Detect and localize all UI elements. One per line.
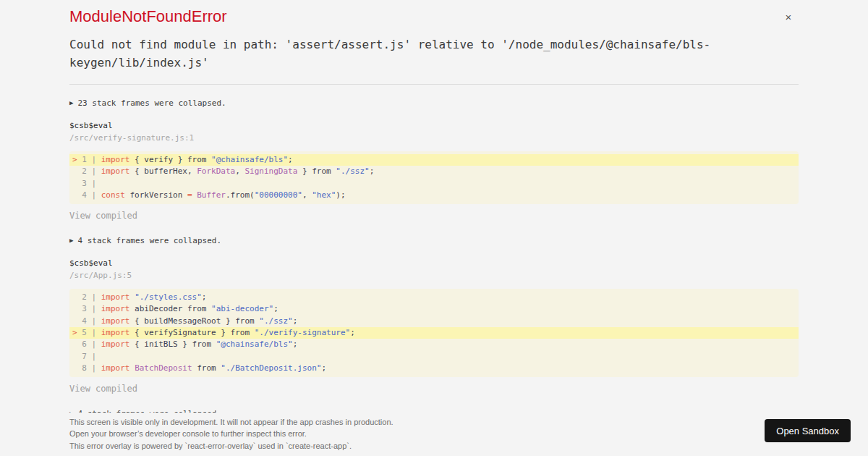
line-number: 2 | [77,292,101,302]
line-number: 1 | [77,155,101,164]
code-token: from [192,363,221,373]
line-number: 3 | [77,304,101,313]
triangle-icon: ▶ [69,237,73,244]
stack-frame: $csb$eval/src/verify-signature.js:1> 1 |… [69,121,799,221]
stack-frame: $csb$eval/src/App.js:5 2 | import "./sty… [69,258,799,394]
code-line: > 1 | import { verify } from "@chainsafe… [69,154,799,166]
code-line: 8 | import BatchDeposit from "./BatchDep… [69,363,799,374]
code-frame: > 1 | import { verify } from "@chainsafe… [69,151,799,204]
code-token: import [101,155,130,164]
code-token: "./BatchDeposit.json" [221,363,321,373]
code-token: .from( [226,190,255,200]
frame-file-link[interactable]: /src/verify-signature.js:1 [69,133,799,143]
code-token: BatchDeposit [135,363,192,373]
line-number: 2 | [77,166,101,176]
code-token: { initBLS } from [130,339,216,349]
code-token: Buffer [197,190,226,200]
code-line: 2 | import { bufferHex, ForkData, Signin… [69,166,799,177]
code-line: 6 | import { initBLS } from "@chainsafe/… [69,339,799,350]
footer-note: This error overlay is powered by `react-… [69,440,868,452]
code-token: ; [273,304,278,313]
code-token: "./ssz" [259,316,292,326]
code-token: "./styles.css" [135,292,202,302]
marked-line-indicator [72,304,77,313]
code-token: ; [293,316,298,326]
stack-trace: ▶23 stack frames were collapsed.$csb$eva… [69,85,799,418]
triangle-icon: ▶ [69,99,73,106]
code-token: ; [350,328,355,337]
marked-line-indicator [72,363,77,373]
code-line: 2 | import "./styles.css"; [69,292,799,303]
code-token: "./ssz" [336,166,369,176]
code-token: ; [202,292,207,302]
marked-line-indicator [72,316,77,326]
code-token: "@chainsafe/bls" [211,155,288,164]
code-token: ; [293,339,298,349]
code-token: forkVersion [125,190,187,200]
line-number: 4 | [77,190,101,200]
line-number: 8 | [77,363,101,373]
code-line: 4 | import { buildMessageRoot } from "./… [69,316,799,327]
code-token: ; [288,155,293,164]
collapsed-frames-toggle[interactable]: ▶23 stack frames were collapsed. [69,98,799,108]
marked-line-indicator [72,292,77,302]
code-token: import [101,328,130,337]
error-title: ModuleNotFoundError [69,7,227,26]
footer: This screen is visible only in developme… [0,413,868,456]
footer-notes: This screen is visible only in developme… [0,413,868,452]
marked-line-indicator [72,166,77,176]
code-line: 3 | [69,178,799,190]
code-token: import [101,304,130,313]
code-line: > 5 | import { verifySignature } from ".… [69,327,799,339]
code-token: ; [370,166,375,176]
code-token: { bufferHex, [130,166,197,176]
code-token: , [235,166,244,176]
error-message: Could not find module in path: 'assert/a… [69,35,799,72]
line-number: 5 | [77,328,101,337]
code-token: import [101,292,130,302]
code-token: { verify } from [130,155,212,164]
code-token: "./verify-signature" [255,328,350,337]
collapsed-frames-label: 4 stack frames were collapsed. [77,236,221,245]
code-token: "00000000" [255,190,302,200]
code-line: 4 | const forkVersion = Buffer.from("000… [69,190,799,201]
line-number: 3 | [77,179,101,188]
code-token: ForkData [197,166,235,176]
code-token: import [101,339,130,349]
collapsed-frames-label: 23 stack frames were collapsed. [77,98,226,108]
code-token: "@chainsafe/bls" [216,339,293,349]
code-token: import [101,363,130,373]
frame-function: $csb$eval [69,258,799,269]
code-token: { verifySignature } from [130,328,255,337]
view-compiled-link[interactable]: View compiled [69,211,799,221]
code-token: ); [336,190,345,200]
close-icon[interactable]: × [780,9,797,26]
marked-line-indicator: > [72,328,77,337]
marked-line-indicator [72,179,77,188]
line-number: 7 | [77,352,101,361]
line-number: 4 | [77,316,101,326]
frame-file-link[interactable]: /src/App.js:5 [69,271,799,280]
code-token: SigningData [244,166,297,176]
code-token: { buildMessageRoot } from [130,316,260,326]
collapsed-frames-toggle[interactable]: ▶4 stack frames were collapsed. [69,235,799,245]
view-compiled-link[interactable]: View compiled [69,384,799,394]
code-token: } from [297,166,336,176]
footer-note: This screen is visible only in developme… [69,416,868,428]
marked-line-indicator [72,352,77,361]
code-frame: 2 | import "./styles.css"; 3 | import ab… [69,289,799,377]
code-token: , [302,190,312,200]
code-token: "hex" [312,190,336,200]
frame-function: $csb$eval [69,121,799,131]
code-token: abiDecoder from [130,304,212,313]
open-sandbox-button[interactable]: Open Sandbox [765,419,851,442]
code-token: = [187,190,192,200]
footer-note: Open your browser’s developer console to… [69,428,868,439]
code-token: const [101,190,125,200]
marked-line-indicator [72,339,77,349]
code-token: ; [321,363,326,373]
code-token: import [101,316,130,326]
marked-line-indicator [72,190,77,200]
marked-line-indicator: > [72,155,77,164]
code-line: 7 | [69,351,799,363]
